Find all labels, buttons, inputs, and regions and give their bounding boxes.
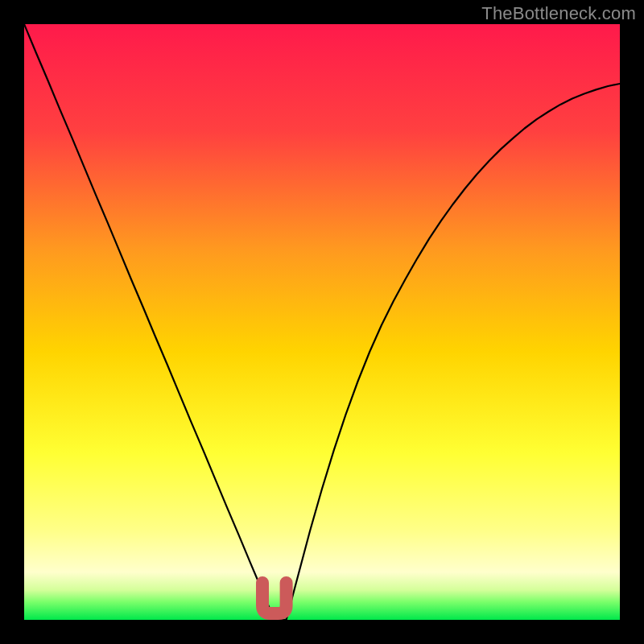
chart-frame [24,24,620,620]
chart-svg [24,24,620,620]
watermark-text: TheBottleneck.com [481,3,636,24]
gradient-background [24,24,620,620]
